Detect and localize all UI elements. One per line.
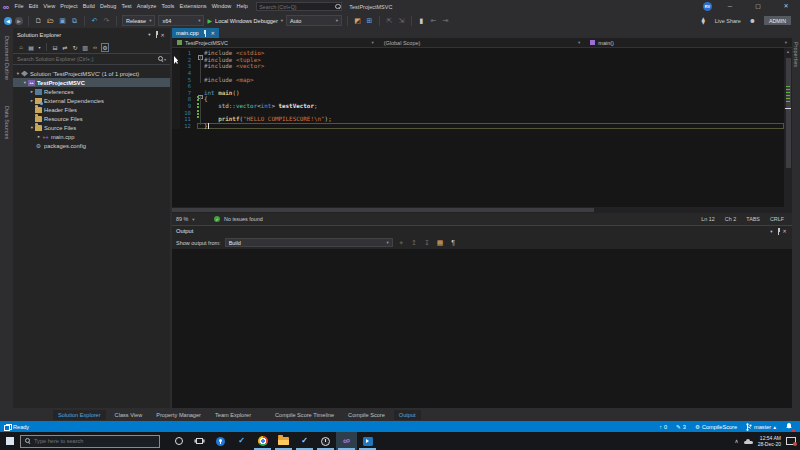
menu-file[interactable]: File [12, 3, 26, 9]
undo-icon[interactable]: ↶ [90, 16, 99, 25]
comment-icon[interactable]: ⇲ [397, 16, 406, 25]
breakpoint-margin[interactable] [172, 50, 180, 57]
eol-indicator[interactable]: CRLF [770, 216, 784, 222]
breakpoint-margin[interactable] [172, 123, 180, 130]
start-button[interactable] [0, 432, 20, 450]
cortana-icon[interactable] [168, 432, 189, 450]
tab-properties[interactable]: Properties [793, 42, 799, 67]
outgoing-commits[interactable]: ↑ 0 [659, 424, 667, 430]
movies-app-icon[interactable] [357, 432, 378, 450]
tree-item-source-files[interactable]: ▾Source Files [13, 123, 170, 132]
tool-tab-solution-explorer[interactable]: Solution Explorer [53, 410, 106, 420]
code-line-12[interactable]: 12} [172, 123, 784, 130]
tool-tab-compile-score[interactable]: Compile Score [343, 410, 390, 420]
menu-test[interactable]: Test [119, 3, 134, 9]
tool-tab-output[interactable]: Output [394, 410, 421, 420]
next-bookmark-icon[interactable]: ⇥ [441, 16, 450, 25]
previous-bookmark-icon[interactable]: ⇤ [429, 16, 438, 25]
code-line-8[interactable]: 8{ [172, 96, 784, 103]
tree-item-header-files[interactable]: Header Files [13, 105, 170, 114]
zoom-combo[interactable]: 89 %▾ [176, 216, 210, 222]
debug-target-label[interactable]: Local Windows Debugger [215, 18, 278, 24]
code-line-1[interactable]: 1−#include <cstdio> [172, 50, 784, 57]
file-explorer-icon[interactable] [273, 432, 294, 450]
code-line-3[interactable]: 3#include <vector> [172, 63, 784, 70]
taskbar-search-input[interactable] [34, 438, 155, 444]
solution-explorer-titlebar[interactable]: Solution Explorer ▾ ✕ [13, 28, 170, 41]
git-branch[interactable]: master ▴ [746, 423, 776, 431]
code-line-10[interactable]: 10 [172, 109, 784, 116]
menu-analyze[interactable]: Analyze [134, 3, 159, 9]
breakpoint-margin[interactable] [172, 76, 180, 83]
redo-icon[interactable]: ↷ [102, 16, 111, 25]
scrollbar-thumb[interactable] [172, 208, 594, 212]
word-wrap-icon[interactable]: ¶ [449, 238, 458, 247]
task-view-icon[interactable] [189, 432, 210, 450]
bookmark-icon[interactable]: ▮ [417, 16, 426, 25]
indent-mode-indicator[interactable]: TABS [746, 216, 760, 222]
todo-app-icon[interactable]: ✓ [231, 432, 252, 450]
tree-item-solution-testprojectmsvc-1-of-1-project[interactable]: ▾Solution 'TestProjectMSVC' (1 of 1 proj… [13, 69, 170, 78]
menu-view[interactable]: View [41, 3, 58, 9]
tree-item-main-cpp[interactable]: ▸++main.cpp [13, 132, 170, 141]
compilescore-status[interactable]: ⚙ CompileScore [695, 424, 737, 430]
close-panel-icon[interactable]: ✕ [159, 30, 166, 39]
chrome-icon[interactable] [252, 432, 273, 450]
code-line-4[interactable]: 4 [172, 70, 784, 77]
display-tray-icon[interactable] [786, 437, 796, 445]
tree-item-references[interactable]: ▸References [13, 87, 170, 96]
properties-icon[interactable]: ⚙ [101, 43, 109, 52]
code-line-2[interactable]: 2#include <tuple> [172, 57, 784, 64]
code-line-7[interactable]: 7−int main() [172, 90, 784, 97]
tree-item-packages-config[interactable]: ⚙packages.config [13, 141, 170, 150]
new-project-icon[interactable]: 🗋 [34, 16, 43, 25]
chevron-down-icon[interactable]: ▾ [15, 71, 21, 76]
vertical-scrollbar[interactable]: ▲ [784, 48, 792, 207]
output-source-combo[interactable]: Build▾ [225, 238, 393, 247]
clock-app-icon[interactable] [315, 432, 336, 450]
switch-views-icon[interactable]: ▤ [27, 43, 35, 52]
clear-all-icon[interactable]: ▦ [436, 238, 445, 247]
quick-search-input[interactable] [257, 4, 335, 10]
breakpoint-margin[interactable] [172, 103, 180, 110]
breakpoint-margin[interactable] [172, 63, 180, 70]
notifications-bell-icon[interactable] [785, 422, 793, 431]
tool-tab-class-view[interactable]: Class View [110, 410, 148, 420]
close-button[interactable]: ✕ [776, 0, 796, 13]
line-indicator[interactable]: Ln 12 [701, 216, 715, 222]
window-position-icon[interactable]: ▾ [768, 227, 775, 236]
pin-icon[interactable] [153, 31, 159, 38]
debug-target-dropdown[interactable]: ▾ [281, 18, 283, 23]
switch-views-dropdown-icon[interactable]: ▾ [37, 43, 42, 52]
nav-member-dropdown[interactable]: main()▾ [585, 40, 792, 46]
breakpoint-margin[interactable] [172, 83, 180, 90]
next-message-icon[interactable]: ↧ [423, 238, 432, 247]
breakpoint-margin[interactable] [172, 70, 180, 77]
tool-tab-property-manager[interactable]: Property Manager [151, 410, 206, 420]
menu-window[interactable]: Window [209, 3, 234, 9]
maps-app-icon[interactable] [210, 432, 231, 450]
previous-message-icon[interactable]: ↥ [410, 238, 419, 247]
menu-build[interactable]: Build [80, 3, 97, 9]
search-options-icon[interactable]: ▾ [164, 57, 166, 62]
find-message-icon[interactable]: ⌖ [397, 238, 406, 247]
breakpoint-margin[interactable] [172, 96, 180, 103]
tree-item-testprojectmsvc[interactable]: ▾++TestProjectMSVC [13, 78, 170, 87]
minimize-button[interactable]: ─ [720, 0, 740, 13]
scrollbar-thumb[interactable] [786, 58, 791, 168]
onedrive-icon[interactable] [744, 439, 753, 444]
find-in-files-icon[interactable]: ⇱ [385, 16, 394, 25]
scroll-up-icon[interactable]: ▲ [784, 49, 792, 54]
output-panel-titlebar[interactable]: Output ▾ ✕ [172, 226, 792, 236]
collapse-all-icon[interactable]: ⊟ [51, 43, 59, 52]
solution-configuration-combo[interactable]: Release▾ [122, 15, 155, 26]
tool-tab-team-explorer[interactable]: Team Explorer [210, 410, 256, 420]
nav-scope-dropdown[interactable]: (Global Scope)▾ [379, 40, 586, 46]
navigate-backward-icon[interactable]: ◀ [4, 17, 12, 25]
menu-tools[interactable]: Tools [159, 3, 177, 9]
breakpoint-margin[interactable] [172, 109, 180, 116]
menu-debug[interactable]: Debug [97, 3, 118, 9]
refresh-icon[interactable]: ↻ [71, 43, 79, 52]
show-all-files-icon[interactable]: ▥ [81, 43, 89, 52]
tab-document-outline[interactable]: Document Outline [4, 36, 10, 80]
